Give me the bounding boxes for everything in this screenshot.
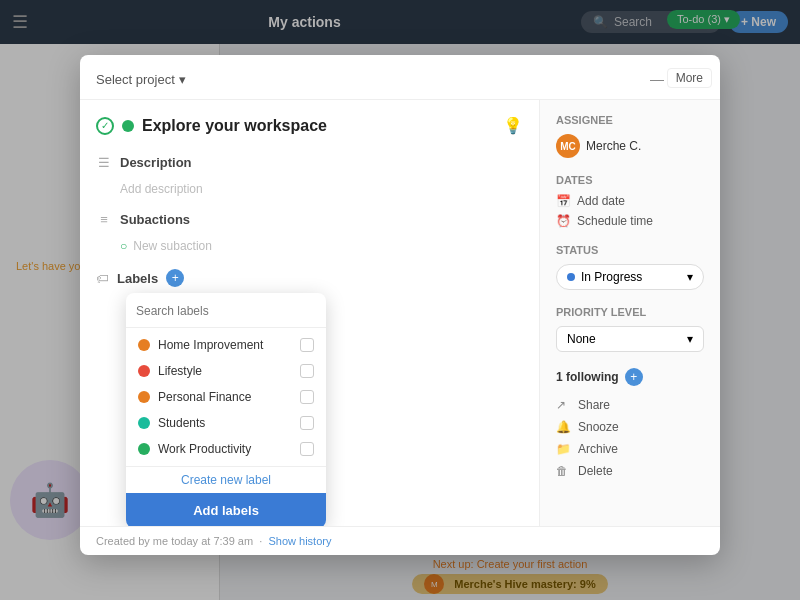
label-search-container: [126, 293, 326, 328]
task-modal: Select project ▾ — × ✓ Explore your work…: [80, 55, 720, 555]
task-title: Explore your workspace: [142, 117, 327, 135]
delete-label: Delete: [578, 464, 613, 478]
assignee-name: Merche C.: [586, 139, 641, 153]
bulb-icon[interactable]: 💡: [503, 116, 523, 135]
archive-label: Archive: [578, 442, 618, 456]
delete-action[interactable]: 🗑 Delete: [556, 460, 704, 482]
color-dot: [138, 391, 150, 403]
list-item[interactable]: Lifestyle: [126, 358, 326, 384]
share-action[interactable]: ↗ Share: [556, 394, 704, 416]
subaction-row: ○ New subaction: [120, 239, 523, 253]
color-dot: [138, 443, 150, 455]
minimize-button[interactable]: —: [650, 71, 664, 87]
right-panel: Assignee MC Merche C. Dates 📅 Add date ⏰…: [540, 100, 720, 526]
subaction-placeholder[interactable]: New subaction: [133, 239, 212, 253]
labels-dropdown: Home Improvement Lifestyle Personal Fina…: [126, 293, 326, 526]
list-item[interactable]: Students: [126, 410, 326, 436]
status-section: Status In Progress ▾: [556, 244, 704, 290]
subactions-icon: ≡: [96, 212, 112, 227]
labels-label: Labels: [117, 271, 158, 286]
status-indicator: [567, 273, 575, 281]
label-item-name: Students: [158, 416, 205, 430]
modal-header: Select project ▾ — ×: [80, 55, 720, 100]
label-checkbox[interactable]: [300, 442, 314, 456]
status-title: Status: [556, 244, 704, 256]
add-label-button[interactable]: +: [166, 269, 184, 287]
label-items-list: Home Improvement Lifestyle Personal Fina…: [126, 328, 326, 466]
create-label-link[interactable]: Create new label: [126, 466, 326, 493]
modal-footer: Created by me today at 7:39 am · Show hi…: [80, 526, 720, 555]
select-project-button[interactable]: Select project ▾: [96, 72, 186, 87]
description-section: ☰ Description: [96, 151, 523, 174]
priority-dropdown[interactable]: None ▾: [556, 326, 704, 352]
delete-icon: 🗑: [556, 464, 572, 478]
select-project-label: Select project: [96, 72, 175, 87]
add-date-label: Add date: [577, 194, 625, 208]
chevron-down-icon: ▾: [687, 332, 693, 346]
color-dot: [138, 365, 150, 377]
label-item-name: Personal Finance: [158, 390, 251, 404]
subaction-check-icon: ○: [120, 239, 127, 253]
description-icon: ☰: [96, 155, 112, 170]
label-checkbox[interactable]: [300, 364, 314, 378]
label-checkbox[interactable]: [300, 390, 314, 404]
priority-value: None: [567, 332, 596, 346]
snooze-icon: 🔔: [556, 420, 572, 434]
dates-section: Dates 📅 Add date ⏰ Schedule time: [556, 174, 704, 228]
following-count: 1 following: [556, 370, 619, 384]
list-item[interactable]: Personal Finance: [126, 384, 326, 410]
avatar: MC: [556, 134, 580, 158]
task-title-row: ✓ Explore your workspace 💡: [96, 116, 523, 135]
clock-icon: ⏰: [556, 214, 571, 228]
assignee-title: Assignee: [556, 114, 704, 126]
label-checkbox[interactable]: [300, 416, 314, 430]
label-checkbox[interactable]: [300, 338, 314, 352]
follow-add-button[interactable]: +: [625, 368, 643, 386]
add-date-row[interactable]: 📅 Add date: [556, 194, 704, 208]
list-item[interactable]: Home Improvement: [126, 332, 326, 358]
snooze-action[interactable]: 🔔 Snooze: [556, 416, 704, 438]
subactions-section: ≡ Subactions: [96, 208, 523, 231]
chevron-down-icon: ▾: [179, 72, 186, 87]
color-dot: [138, 339, 150, 351]
add-labels-button[interactable]: Add labels: [126, 493, 326, 526]
footer-text: Created by me today at 7:39 am: [96, 535, 253, 547]
label-item-name: Home Improvement: [158, 338, 263, 352]
snooze-label: Snooze: [578, 420, 619, 434]
archive-action[interactable]: 📁 Archive: [556, 438, 704, 460]
label-search-input[interactable]: [136, 304, 316, 318]
priority-section: Priority Level None ▾: [556, 306, 704, 352]
task-check-icon[interactable]: ✓: [96, 117, 114, 135]
archive-icon: 📁: [556, 442, 572, 456]
label-icon: 🏷: [96, 271, 109, 286]
assignee-section: Assignee MC Merche C.: [556, 114, 704, 158]
dates-title: Dates: [556, 174, 704, 186]
status-dropdown[interactable]: In Progress ▾: [556, 264, 704, 290]
more-button[interactable]: More: [667, 68, 712, 88]
description-label: Description: [120, 155, 192, 170]
label-item-name: Work Productivity: [158, 442, 251, 456]
following-section: 1 following + ↗ Share 🔔 Snooze 📁 Archive…: [556, 368, 704, 482]
priority-title: Priority Level: [556, 306, 704, 318]
show-history-link[interactable]: Show history: [268, 535, 331, 547]
modal-body: ✓ Explore your workspace 💡 ☰ Description…: [80, 100, 720, 526]
labels-section: 🏷 Labels + Home Improvement: [96, 265, 523, 291]
color-dot: [138, 417, 150, 429]
status-value: In Progress: [581, 270, 642, 284]
schedule-time-label: Schedule time: [577, 214, 653, 228]
list-item[interactable]: Work Productivity: [126, 436, 326, 462]
label-item-name: Lifestyle: [158, 364, 202, 378]
schedule-time-row[interactable]: ⏰ Schedule time: [556, 214, 704, 228]
left-panel: ✓ Explore your workspace 💡 ☰ Description…: [80, 100, 540, 526]
description-placeholder[interactable]: Add description: [120, 182, 523, 196]
share-icon: ↗: [556, 398, 572, 412]
calendar-icon: 📅: [556, 194, 571, 208]
chevron-down-icon: ▾: [687, 270, 693, 284]
assignee-row: MC Merche C.: [556, 134, 704, 158]
share-label: Share: [578, 398, 610, 412]
subactions-label: Subactions: [120, 212, 190, 227]
green-dot-icon: [122, 120, 134, 132]
following-row: 1 following +: [556, 368, 704, 386]
